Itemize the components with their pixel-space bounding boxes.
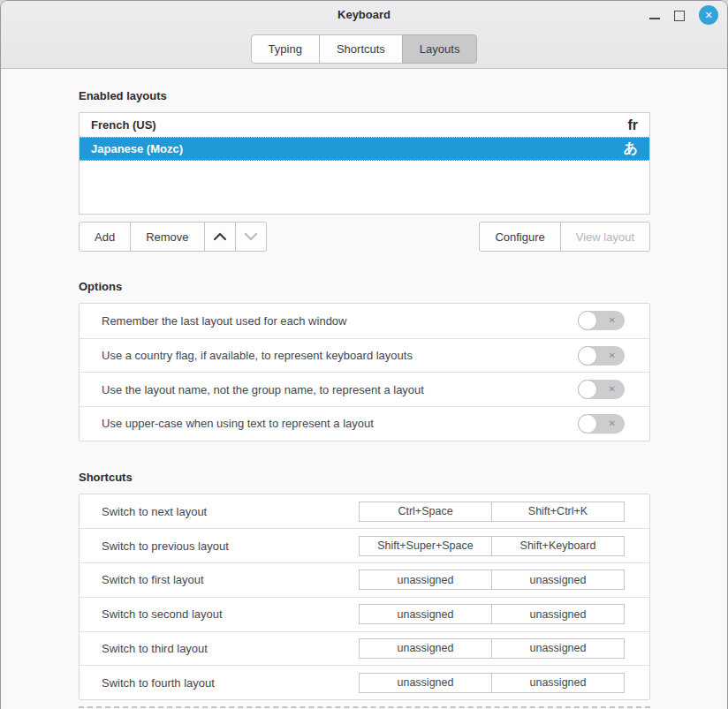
keybinding-pair: unassigned unassigned: [359, 638, 625, 659]
bottom-divider: [79, 706, 650, 708]
window-header: Keyboard ✕ Typing Shortcuts Layouts: [1, 1, 727, 69]
window-controls: ✕: [649, 4, 718, 26]
keybinding-pair: unassigned unassigned: [359, 673, 625, 693]
tab-shortcuts[interactable]: Shortcuts: [319, 34, 403, 64]
shortcut-row-fourth-layout: Switch to fourth layout unassigned unass…: [80, 665, 649, 699]
close-button[interactable]: ✕: [699, 5, 718, 25]
layout-indicator-fr: fr: [627, 117, 638, 133]
keyboard-settings-window: Keyboard ✕ Typing Shortcuts Layouts Enab…: [0, 0, 728, 709]
toggle-knob: [578, 380, 597, 399]
options-heading: Options: [79, 280, 650, 293]
keybinding-button[interactable]: unassigned: [491, 673, 625, 693]
upper-case-toggle[interactable]: ✕: [578, 414, 625, 434]
shortcut-label: Switch to previous layout: [102, 539, 359, 553]
country-flag-toggle[interactable]: ✕: [578, 346, 625, 366]
move-down-button[interactable]: [235, 222, 267, 252]
option-row-country-flag: Use a country flag, if available, to rep…: [80, 338, 649, 373]
shortcut-row-next-layout: Switch to next layout Ctrl+Space Shift+C…: [80, 494, 649, 529]
window-title: Keyboard: [1, 8, 727, 21]
configure-button[interactable]: Configure: [479, 222, 560, 252]
remember-layout-toggle[interactable]: ✕: [578, 311, 625, 330]
option-row-layout-name: Use the layout name, not the group name,…: [80, 372, 649, 406]
shortcuts-panel: Switch to next layout Ctrl+Space Shift+C…: [79, 494, 650, 700]
keybinding-button[interactable]: Shift+Keyboard: [491, 536, 625, 556]
layout-indicator-ja: あ: [624, 140, 638, 158]
option-label: Use upper-case when using text to repres…: [102, 417, 578, 430]
keybinding-pair: Shift+Super+Space Shift+Keyboard: [359, 536, 625, 556]
keybinding-pair: Ctrl+Space Shift+Ctrl+K: [359, 502, 625, 522]
toggle-off-icon: ✕: [609, 316, 616, 325]
keybinding-button[interactable]: Shift+Super+Space: [359, 536, 492, 556]
close-icon: ✕: [704, 10, 712, 21]
shortcut-label: Switch to second layout: [102, 607, 359, 621]
toggle-knob: [578, 346, 597, 366]
keybinding-button[interactable]: unassigned: [359, 673, 492, 693]
keybinding-pair: unassigned unassigned: [359, 569, 625, 590]
keybinding-button[interactable]: unassigned: [359, 638, 492, 659]
tab-typing[interactable]: Typing: [251, 34, 320, 64]
enabled-layouts-heading: Enabled layouts: [79, 89, 650, 102]
maximize-button[interactable]: [674, 11, 685, 21]
layout-name: Japanese (Mozc): [91, 142, 624, 155]
option-row-remember-layout: Remember the last layout used for each w…: [80, 304, 649, 338]
layout-name-toggle[interactable]: ✕: [578, 380, 625, 399]
toggle-knob: [578, 311, 597, 330]
layout-list-toolbar: Add Remove Configure View layout: [79, 222, 650, 252]
chevron-up-icon: [213, 232, 227, 241]
minimize-button[interactable]: [649, 4, 660, 26]
move-up-button[interactable]: [204, 222, 236, 252]
tab-layouts[interactable]: Layouts: [402, 34, 478, 64]
shortcut-label: Switch to next layout: [102, 505, 359, 518]
chevron-down-icon: [244, 232, 258, 241]
layout-list[interactable]: French (US) fr Japanese (Mozc) あ: [79, 112, 650, 215]
view-layout-button[interactable]: View layout: [560, 222, 650, 252]
toggle-off-icon: ✕: [609, 385, 616, 394]
keybinding-button[interactable]: unassigned: [359, 604, 492, 624]
keybinding-button[interactable]: Ctrl+Space: [359, 502, 492, 522]
list-edit-buttons: Add Remove: [79, 222, 267, 252]
shortcut-row-first-layout: Switch to first layout unassigned unassi…: [80, 562, 649, 597]
toggle-off-icon: ✕: [609, 351, 616, 360]
shortcut-label: Switch to third layout: [102, 642, 359, 655]
toggle-knob: [578, 414, 597, 434]
shortcut-row-previous-layout: Switch to previous layout Shift+Super+Sp…: [80, 528, 649, 562]
layout-row-french[interactable]: French (US) fr: [80, 113, 649, 137]
keybinding-button[interactable]: unassigned: [491, 604, 625, 624]
option-label: Remember the last layout used for each w…: [102, 314, 578, 328]
keybinding-button[interactable]: unassigned: [491, 569, 625, 590]
keybinding-button[interactable]: unassigned: [491, 638, 625, 659]
shortcuts-heading: Shortcuts: [79, 471, 650, 484]
shortcut-row-third-layout: Switch to third layout unassigned unassi…: [80, 631, 649, 666]
keybinding-button[interactable]: unassigned: [359, 569, 492, 590]
titlebar[interactable]: Keyboard ✕: [1, 1, 727, 29]
layout-row-japanese[interactable]: Japanese (Mozc) あ: [80, 137, 649, 161]
option-label: Use the layout name, not the group name,…: [102, 383, 578, 396]
option-label: Use a country flag, if available, to rep…: [102, 349, 578, 362]
layout-name: French (US): [91, 118, 627, 132]
keybinding-button[interactable]: Shift+Ctrl+K: [491, 502, 625, 522]
tab-bar: Typing Shortcuts Layouts: [1, 29, 727, 64]
option-row-upper-case: Use upper-case when using text to repres…: [80, 406, 649, 441]
toggle-off-icon: ✕: [609, 419, 616, 428]
add-button[interactable]: Add: [79, 222, 131, 252]
shortcut-row-second-layout: Switch to second layout unassigned unass…: [80, 597, 649, 631]
keybinding-pair: unassigned unassigned: [359, 604, 625, 624]
layout-action-buttons: Configure View layout: [479, 222, 650, 252]
remove-button[interactable]: Remove: [130, 222, 204, 252]
options-panel: Remember the last layout used for each w…: [79, 303, 650, 441]
shortcut-label: Switch to first layout: [102, 573, 359, 586]
layouts-page: Enabled layouts French (US) fr Japanese …: [1, 69, 727, 708]
shortcut-label: Switch to fourth layout: [102, 676, 359, 690]
